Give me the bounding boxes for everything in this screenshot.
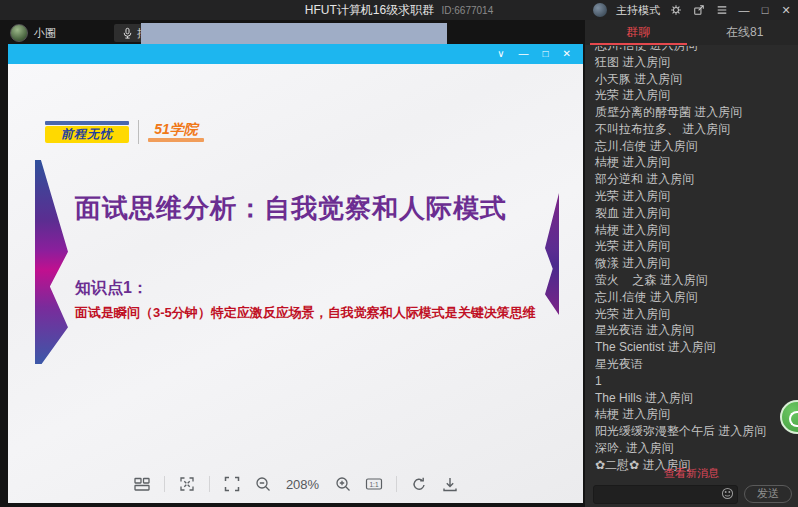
room-title: HFUT计算机16级求职群 [305, 3, 434, 17]
video-strip [141, 23, 447, 44]
chat-message: 忘川.信使 进入房间 [595, 46, 798, 54]
51-academy-logo: 51学院 [148, 122, 204, 142]
doc-close-icon[interactable]: ✕ [563, 44, 571, 64]
fit-page-icon[interactable] [223, 475, 241, 493]
chat-message: 光荣 进入房间 [595, 188, 798, 205]
document-viewer-window: ∨ — □ ✕ 前程无忧 51学院 [8, 44, 583, 503]
chat-message: 微漾 进入房间 [595, 255, 798, 272]
minimize-button[interactable]: — [738, 4, 750, 16]
room-id: ID:6677014 [441, 5, 493, 16]
chat-message: 1 [595, 373, 798, 390]
svg-text:1:1: 1:1 [369, 481, 378, 488]
chat-sidebar: 群聊 在线81 忘川.信使 进入房间狂图 进入房间小天豚 进入房间光荣 进入房间… [585, 20, 798, 507]
slides-panel-icon[interactable] [133, 475, 151, 493]
doc-minimize-icon[interactable]: — [519, 44, 529, 64]
chat-message-list[interactable]: 忘川.信使 进入房间狂图 进入房间小天豚 进入房间光荣 进入房间质壁分离的酵母菌… [585, 46, 798, 478]
view-new-messages-link[interactable]: 查看新消息 [585, 466, 798, 481]
logo-divider [138, 120, 139, 144]
chat-message: 光荣 进入房间 [595, 306, 798, 323]
sidebar-tabs: 群聊 在线81 [585, 20, 798, 45]
zoom-out-icon[interactable] [254, 475, 272, 493]
chat-message: 不叫拉布拉多、 进入房间 [595, 121, 798, 138]
tab-group-chat[interactable]: 群聊 [585, 20, 692, 45]
chat-message: The Hills 进入房间 [595, 390, 798, 407]
tab-online-members[interactable]: 在线81 [692, 20, 798, 45]
document-viewer-titlebar[interactable]: ∨ — □ ✕ [8, 44, 583, 64]
document-toolbar: 208% 1:1 [8, 465, 583, 503]
slide-title: 面试思维分析：自我觉察和人际模式 [75, 191, 507, 226]
one-to-one-icon[interactable]: 1:1 [365, 475, 383, 493]
chat-message: 桔梗 进入房间 [595, 222, 798, 239]
slide-logos: 前程无忧 51学院 [45, 120, 204, 144]
chat-message: 裂血 进入房间 [595, 205, 798, 222]
host-avatar[interactable] [593, 3, 607, 17]
chat-message: 光荣 进入房间 [595, 239, 798, 256]
microphone-icon [122, 27, 133, 40]
toolbar-divider [164, 476, 165, 492]
chat-message: 狂图 进入房间 [595, 54, 798, 71]
chat-message: 光荣 进入房间 [595, 87, 798, 104]
settings-gear-icon[interactable] [669, 3, 683, 17]
chat-message: 小天豚 进入房间 [595, 71, 798, 88]
close-button[interactable]: ✕ [780, 4, 792, 17]
host-mode-label[interactable]: 主持模式 [616, 3, 660, 18]
slide-point-label: 知识点1： [75, 278, 148, 299]
chat-message: 桔梗 进入房间 [595, 407, 798, 424]
app-window: HFUT计算机16级求职群 ID:6677014 主持模式 — □ ✕ [0, 0, 798, 507]
toolbar-divider [209, 476, 210, 492]
chat-message: The Scientist 进入房间 [595, 339, 798, 356]
chat-message: 阳光缓缓弥漫整个午后 进入房间 [595, 423, 798, 440]
chat-message: 星光夜语 进入房间 [595, 323, 798, 340]
slide-chevron-decoration-left [35, 160, 68, 364]
chat-message: 质壁分离的酵母菌 进入房间 [595, 104, 798, 121]
maximize-button[interactable]: □ [759, 4, 771, 16]
chat-message: 深吟. 进入房间 [595, 440, 798, 457]
user-avatar[interactable] [10, 24, 28, 42]
doc-maximize-icon[interactable]: □ [543, 44, 549, 64]
titlebar: HFUT计算机16级求职群 ID:6677014 主持模式 — □ ✕ [0, 0, 798, 20]
popout-icon[interactable] [692, 3, 706, 17]
slide-point-text: 面试是瞬间（3-5分钟）特定应激反应场景，自我觉察和人际模式是关键决策思维 [75, 304, 536, 322]
chat-input[interactable] [593, 485, 738, 504]
chat-message: 桔梗 进入房间 [595, 155, 798, 172]
51job-logo-text: 前程无忧 [45, 126, 129, 143]
stage: 小圈 排麦 ∨ — □ ✕ [0, 20, 585, 507]
51-academy-logo-text: 51学院 [154, 122, 198, 136]
chat-message: 部分逆和 进入房间 [595, 171, 798, 188]
toolbar-divider [396, 476, 397, 492]
fit-screen-icon[interactable] [178, 475, 196, 493]
user-name: 小圈 [34, 26, 56, 41]
menu-icon[interactable] [715, 3, 729, 17]
chat-message: 忘川.信使 进入房间 [595, 138, 798, 155]
rotate-icon[interactable] [410, 475, 428, 493]
zoom-level: 208% [285, 477, 321, 492]
slide-chevron-decoration-right [545, 193, 559, 315]
send-button[interactable]: 发送 [744, 485, 792, 503]
chat-input-bar: 发送 [593, 484, 792, 503]
download-icon[interactable] [441, 475, 459, 493]
chat-message: 星光夜语 [595, 356, 798, 373]
emoji-icon[interactable] [721, 487, 734, 500]
chat-message: 忘川.信使 进入房间 [595, 289, 798, 306]
zoom-in-icon[interactable] [334, 475, 352, 493]
slide-canvas: 前程无忧 51学院 面试思维分析：自我觉察和人际模式 知识点1： 面试是瞬间（3… [8, 64, 583, 503]
51job-logo: 前程无忧 [45, 121, 129, 143]
doc-collapse-icon[interactable]: ∨ [497, 44, 504, 64]
chat-message: 萤火 之森 进入房间 [595, 272, 798, 289]
